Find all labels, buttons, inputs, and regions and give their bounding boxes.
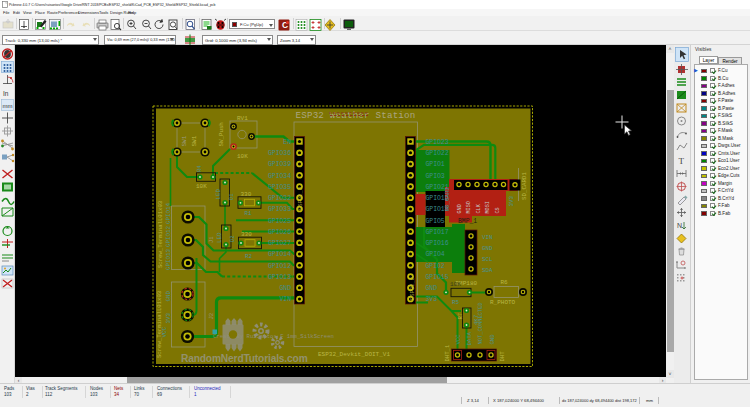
svg-text:GPIO27: GPIO27	[268, 240, 291, 247]
svg-text:Screw_TerminalL01x03: Screw_TerminalL01x03	[157, 201, 164, 268]
svg-text:CS: CS	[495, 207, 501, 213]
svg-text:MOSI: MOSI	[485, 201, 491, 213]
svg-text:SW1: SW1	[181, 135, 188, 146]
svg-text:R_PHOTO: R_PHOTO	[490, 299, 516, 306]
svg-text:GPIO14: GPIO14	[165, 203, 172, 224]
svg-text:T: T	[679, 156, 685, 166]
svg-text:ESP32_Devkit_DOIT_V1: ESP32_Devkit_DOIT_V1	[318, 351, 390, 358]
svg-text:10K: 10K	[196, 183, 207, 190]
svg-text:GPIO5: GPIO5	[426, 218, 445, 225]
svg-text:N: N	[677, 222, 682, 229]
svg-text:RandomNerdTutorials.com: RandomNerdTutorials.com	[181, 353, 308, 364]
svg-text:3V3: 3V3	[426, 296, 438, 303]
svg-text:GPIO23: GPIO23	[426, 139, 449, 146]
svg-text:DATA: DATA	[466, 331, 473, 345]
svg-text:R6: R6	[501, 279, 509, 286]
svg-text:LED: LED	[216, 232, 223, 243]
svg-text:CLK: CLK	[476, 203, 482, 213]
svg-text:Screw_TerminalL01x03: Screw_TerminalL01x03	[156, 291, 163, 358]
svg-text:RV1: RV1	[237, 115, 248, 122]
svg-text:GPIO17: GPIO17	[426, 229, 449, 236]
svg-text:GPIO32: GPIO32	[268, 195, 291, 202]
svg-text:GPIO1: GPIO1	[426, 161, 445, 168]
svg-text:J1: J1	[208, 236, 215, 243]
svg-text:GPIO15: GPIO15	[426, 274, 449, 281]
svg-text:3V3: 3V3	[165, 313, 172, 324]
svg-text:NOT_CONNECTED: NOT_CONNECTED	[478, 302, 484, 344]
svg-text:R7: R7	[457, 313, 464, 320]
svg-text:GPIO33: GPIO33	[268, 206, 291, 213]
svg-text:GPIO2: GPIO2	[426, 263, 445, 270]
svg-text:GPIO14: GPIO14	[268, 251, 291, 258]
svg-text:DHT: DHT	[499, 351, 506, 362]
svg-text:MISO: MISO	[466, 201, 472, 213]
svg-text:GPIO4: GPIO4	[426, 251, 445, 258]
svg-text:GND: GND	[489, 334, 496, 345]
svg-text:GND: GND	[279, 285, 291, 292]
svg-text:GND: GND	[426, 285, 438, 292]
svg-text:R5: R5	[452, 299, 459, 306]
svg-text:GPIO3: GPIO3	[426, 173, 445, 180]
svg-text:ESP32_D: ESP32_D	[297, 186, 304, 210]
svg-text:J2: J2	[208, 313, 215, 320]
svg-text:DHT_1: DHT_1	[444, 344, 451, 361]
svg-text:GND: GND	[482, 245, 493, 252]
svg-text:GPIO39: GPIO39	[268, 161, 291, 168]
svg-text:VIN: VIN	[279, 296, 291, 303]
svg-text:LED: LED	[215, 189, 222, 200]
svg-text:GPIO13: GPIO13	[268, 274, 291, 281]
svg-text:GPIO12: GPIO12	[268, 263, 291, 270]
svg-text:GPIO34: GPIO34	[268, 173, 291, 180]
svg-text:SD_CARD1: SD_CARD1	[521, 172, 528, 200]
svg-text:3V3: 3V3	[508, 196, 515, 207]
svg-text:330: 330	[241, 191, 252, 198]
svg-text:In: In	[3, 90, 9, 97]
svg-text:R2: R2	[245, 253, 252, 260]
svg-text:ESP32_D: ESP32_D	[409, 276, 416, 300]
svg-text:VCC: VCC	[161, 327, 168, 338]
svg-text:GPIO22: GPIO22	[426, 150, 449, 157]
svg-text:GPIO26: GPIO26	[268, 229, 291, 236]
svg-text:VIN: VIN	[482, 234, 493, 241]
svg-text:330: 330	[241, 231, 252, 238]
svg-text:GPIO25: GPIO25	[268, 218, 291, 225]
svg-text:GND: GND	[457, 204, 463, 213]
svg-text:D1: D1	[228, 193, 235, 200]
svg-text:GPIO35: GPIO35	[268, 184, 291, 191]
svg-text:EN: EN	[283, 139, 291, 146]
svg-text:D2: D2	[229, 235, 236, 242]
svg-text:SD_CARD: SD_CARD	[444, 187, 451, 212]
svg-text:SCL: SCL	[482, 256, 493, 263]
svg-text:SW_Push: SW_Push	[218, 122, 225, 146]
svg-text:GPIO13: GPIO13	[165, 249, 172, 270]
svg-text:GPIO16: GPIO16	[426, 240, 449, 247]
svg-text:mm: mm	[3, 103, 13, 109]
svg-text:GND: GND	[165, 291, 172, 302]
svg-text:10K: 10K	[237, 153, 248, 160]
svg-text:R4: R4	[196, 165, 203, 172]
svg-text:GPIO36: GPIO36	[268, 150, 291, 157]
svg-text:SDA: SDA	[482, 267, 493, 274]
svg-text:10K: 10K	[450, 281, 461, 288]
svg-text:SW1: SW1	[191, 135, 198, 146]
svg-text:BMP_1: BMP_1	[458, 218, 477, 225]
svg-text:R1: R1	[245, 210, 252, 217]
svg-text:VCC: VCC	[455, 334, 462, 345]
svg-text:GPIO12: GPIO12	[165, 226, 172, 247]
